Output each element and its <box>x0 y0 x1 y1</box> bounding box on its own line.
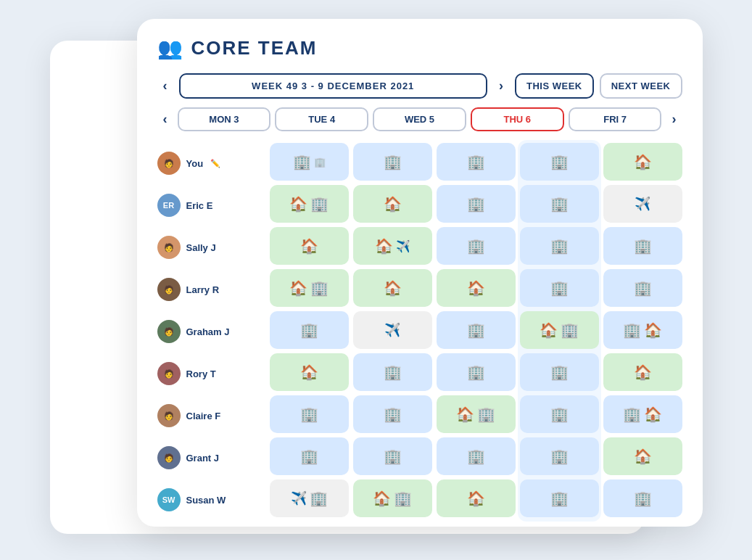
avatar-susan: SW <box>157 488 181 511</box>
cell-you-tue[interactable]: 🏢 <box>353 143 432 181</box>
day-col-mon: 🏢🏢 🏠🏢 🏠 🏠🏢 🏢 🏠 🏢 🏢 ✈️🏢 <box>270 143 349 519</box>
day-fri[interactable]: FRI 7 <box>569 107 662 131</box>
cell-you-fri[interactable]: 🏠 <box>603 143 682 181</box>
week-next-button[interactable]: › <box>493 75 509 96</box>
person-name-graham: Graham J <box>186 326 230 337</box>
cell-rory-mon[interactable]: 🏠 <box>270 353 349 391</box>
person-claire: 🧑 Claire F <box>157 397 270 435</box>
cell-sally-wed[interactable]: 🏢 <box>437 227 516 265</box>
cell-eric-fri[interactable]: ✈️ <box>603 185 682 223</box>
person-grant: 🧑 Grant J <box>157 439 270 477</box>
day-wed[interactable]: WED 5 <box>373 107 466 131</box>
cell-larry-thu[interactable]: 🏢 <box>520 269 599 307</box>
cell-grant-wed[interactable]: 🏢 <box>437 437 516 475</box>
cell-eric-mon[interactable]: 🏠🏢 <box>270 185 349 223</box>
avatar-you: 🧑 <box>157 152 181 175</box>
main-container: 👥 CORE TEAM ‹ WEEK 49 3 - 9 DECEMBER 202… <box>50 19 703 541</box>
day-col-thu: 🏢 🏢 🏢 🏢 🏠🏢 🏢 🏢 🏢 🏢 <box>518 140 601 522</box>
person-you: 🧑 You ✏️ <box>157 144 270 182</box>
schedule-grid: 🧑 You ✏️ ER Eric E 🧑 Sally J 🧑 Larry R <box>157 143 682 519</box>
cell-graham-fri[interactable]: 🏢🏠 <box>603 311 682 349</box>
day-next-button[interactable]: › <box>666 109 682 130</box>
person-eric: ER Eric E <box>157 186 270 224</box>
day-nav: ‹ MON 3 TUE 4 WED 5 THU 6 FRI 7 › <box>157 107 682 131</box>
avatar-eric: ER <box>157 194 181 217</box>
day-col-tue: 🏢 🏠 🏠✈️ 🏠 ✈️ 🏢 🏢 🏢 🏠🏢 <box>353 143 432 519</box>
person-graham: 🧑 Graham J <box>157 313 270 350</box>
avatar-claire: 🧑 <box>157 404 181 427</box>
cell-graham-thu[interactable]: 🏠🏢 <box>520 311 599 349</box>
edit-icon-you[interactable]: ✏️ <box>210 159 220 168</box>
person-susan: SW Susan W <box>157 481 270 519</box>
person-name-eric: Eric E <box>186 200 213 211</box>
cell-rory-thu[interactable]: 🏢 <box>520 353 599 391</box>
cell-larry-fri[interactable]: 🏢 <box>603 269 682 307</box>
cell-grant-mon[interactable]: 🏢 <box>270 437 349 475</box>
cell-rory-tue[interactable]: 🏢 <box>353 353 432 391</box>
cell-eric-wed[interactable]: 🏢 <box>437 185 516 223</box>
day-thu[interactable]: THU 6 <box>471 107 564 131</box>
cell-you-thu[interactable]: 🏢 <box>520 143 599 181</box>
cell-claire-wed[interactable]: 🏠🏢 <box>437 395 516 433</box>
cell-susan-fri[interactable]: 🏢 <box>603 479 682 517</box>
day-col-fri: 🏠 ✈️ 🏢 🏢 🏢🏠 🏠 🏢🏠 🏠 🏢 <box>603 143 682 519</box>
week-nav: ‹ WEEK 49 3 - 9 DECEMBER 2021 › THIS WEE… <box>157 73 682 99</box>
person-name-susan: Susan W <box>186 495 226 506</box>
cell-claire-thu[interactable]: 🏢 <box>520 395 599 433</box>
cell-rory-fri[interactable]: 🏠 <box>603 353 682 391</box>
week-label: WEEK 49 3 - 9 DECEMBER 2021 <box>179 73 487 99</box>
person-name-sally: Sally J <box>186 242 216 253</box>
day-mon[interactable]: MON 3 <box>178 107 271 131</box>
avatar-graham: 🧑 <box>157 320 181 343</box>
avatar-rory: 🧑 <box>157 362 181 385</box>
person-name-claire: Claire F <box>186 411 221 421</box>
cell-graham-wed[interactable]: 🏢 <box>437 311 516 349</box>
avatar-grant: 🧑 <box>157 446 181 469</box>
page-title: CORE TEAM <box>191 37 318 59</box>
cell-grant-tue[interactable]: 🏢 <box>353 437 432 475</box>
cell-graham-mon[interactable]: 🏢 <box>270 311 349 349</box>
cell-rory-wed[interactable]: 🏢 <box>437 353 516 391</box>
cell-graham-tue[interactable]: ✈️ <box>353 311 432 349</box>
cell-grant-thu[interactable]: 🏢 <box>520 437 599 475</box>
cell-you-mon[interactable]: 🏢🏢 <box>270 143 349 181</box>
day-tue[interactable]: TUE 4 <box>275 107 368 131</box>
cell-susan-tue[interactable]: 🏠🏢 <box>353 479 432 517</box>
cell-susan-mon[interactable]: ✈️🏢 <box>270 479 349 517</box>
person-name-rory: Rory T <box>186 368 216 379</box>
avatar-larry: 🧑 <box>157 278 181 301</box>
days-grid: 🏢🏢 🏠🏢 🏠 🏠🏢 🏢 🏠 🏢 🏢 ✈️🏢 🏢 🏠 🏠✈️ 🏠 <box>270 143 682 519</box>
person-name-you: You <box>186 158 204 169</box>
person-name-grant: Grant J <box>186 453 220 464</box>
day-col-wed: 🏢 🏢 🏢 🏠 🏢 🏢 🏠🏢 🏢 🏠 <box>437 143 516 519</box>
cell-larry-tue[interactable]: 🏠 <box>353 269 432 307</box>
cell-sally-tue[interactable]: 🏠✈️ <box>353 227 432 265</box>
day-prev-button[interactable]: ‹ <box>157 109 173 130</box>
cell-sally-thu[interactable]: 🏢 <box>520 227 599 265</box>
this-week-button[interactable]: THIS WEEK <box>515 73 594 99</box>
cell-grant-fri[interactable]: 🏠 <box>603 437 682 475</box>
cell-claire-fri[interactable]: 🏢🏠 <box>603 395 682 433</box>
cell-sally-mon[interactable]: 🏠 <box>270 227 349 265</box>
cell-susan-wed[interactable]: 🏠 <box>437 479 516 517</box>
person-rory: 🧑 Rory T <box>157 355 270 392</box>
person-sally: 🧑 Sally J <box>157 228 270 266</box>
next-week-button[interactable]: NEXT WEEK <box>600 73 682 99</box>
cell-susan-thu[interactable]: 🏢 <box>520 479 599 517</box>
person-name-larry: Larry R <box>186 284 220 295</box>
cell-eric-thu[interactable]: 🏢 <box>520 185 599 223</box>
cell-sally-fri[interactable]: 🏢 <box>603 227 682 265</box>
week-prev-button[interactable]: ‹ <box>157 75 173 96</box>
cell-eric-tue[interactable]: 🏠 <box>353 185 432 223</box>
cell-larry-wed[interactable]: 🏠 <box>437 269 516 307</box>
person-larry: 🧑 Larry R <box>157 271 270 308</box>
cell-claire-mon[interactable]: 🏢 <box>270 395 349 433</box>
avatar-sally: 🧑 <box>157 236 181 259</box>
cell-claire-tue[interactable]: 🏢 <box>353 395 432 433</box>
card-front: 👥 CORE TEAM ‹ WEEK 49 3 - 9 DECEMBER 202… <box>137 19 703 527</box>
team-icon: 👥 <box>157 36 183 60</box>
header: 👥 CORE TEAM <box>157 36 682 60</box>
cell-you-wed[interactable]: 🏢 <box>437 143 516 181</box>
cell-larry-mon[interactable]: 🏠🏢 <box>270 269 349 307</box>
people-column: 🧑 You ✏️ ER Eric E 🧑 Sally J 🧑 Larry R <box>157 143 270 519</box>
